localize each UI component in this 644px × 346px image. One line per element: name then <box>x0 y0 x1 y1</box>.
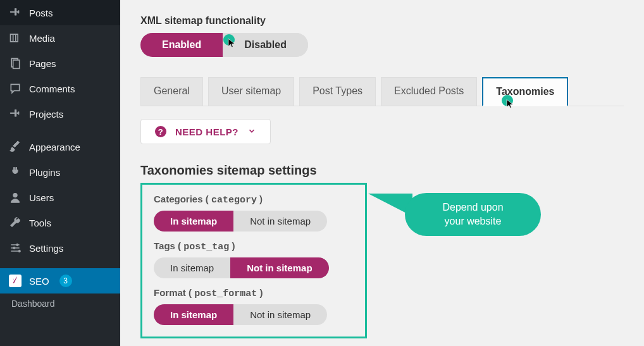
sidebar-label: Appearance <box>29 142 80 152</box>
toggle-categories: In sitemap Not in sitemap <box>154 211 327 232</box>
svg-point-5 <box>13 247 15 249</box>
sidebar-label: Settings <box>29 243 63 254</box>
tab-post-types[interactable]: Post Types <box>299 77 376 106</box>
tab-user-sitemap[interactable]: User sitemap <box>208 77 294 106</box>
tags-not-in-sitemap[interactable]: Not in sitemap <box>230 257 328 278</box>
wrench-icon <box>9 216 22 229</box>
row-tags: Tags ( post_tag ) In sitemap Not in site… <box>154 240 354 278</box>
label-format: Format ( post_format ) <box>154 287 354 299</box>
row-format: Format ( post_format ) In sitemap Not in… <box>154 287 354 325</box>
toggle-disabled[interactable]: Disabled <box>223 33 308 57</box>
plug-icon <box>9 166 22 178</box>
sitemap-tabs: General User sitemap Post Types Excluded… <box>140 77 624 106</box>
media-icon <box>9 32 22 44</box>
categories-in-sitemap[interactable]: In sitemap <box>154 211 233 232</box>
sidebar-label: Media <box>29 33 55 44</box>
tab-general[interactable]: General <box>140 77 203 106</box>
seo-badge: 3 <box>59 275 72 287</box>
question-icon: ? <box>155 126 166 137</box>
sitemap-functionality-toggle: Enabled Disabled <box>140 33 308 57</box>
admin-sidebar: Posts Media Pages Comments Projects Appe… <box>0 0 120 346</box>
sidebar-sub-dashboard[interactable]: Dashboard <box>0 293 120 314</box>
taxonomies-settings-box: Categories ( category ) In sitemap Not i… <box>140 183 367 338</box>
yoast-icon <box>9 275 22 287</box>
sidebar-item-settings[interactable]: Settings <box>0 235 120 261</box>
label-categories: Categories ( category ) <box>154 194 354 206</box>
pin-icon <box>9 6 22 19</box>
comments-icon <box>9 82 22 95</box>
sidebar-item-plugins[interactable]: Plugins <box>0 159 120 185</box>
sliders-icon <box>9 242 22 254</box>
sidebar-label: Comments <box>29 83 75 94</box>
tab-excluded-posts[interactable]: Excluded Posts <box>381 77 477 106</box>
sidebar-item-seo[interactable]: SEO 3 <box>0 268 120 293</box>
sidebar-item-projects[interactable]: Projects <box>0 101 120 127</box>
label-tags: Tags ( post_tag ) <box>154 240 354 252</box>
tab-taxonomies[interactable]: Taxonomies <box>482 77 568 106</box>
sidebar-item-users[interactable]: Users <box>0 185 120 210</box>
annotation-callout: Depend upon your website <box>405 193 541 236</box>
sidebar-item-comments[interactable]: Comments <box>0 76 120 101</box>
chevron-down-icon <box>247 127 256 137</box>
sidebar-item-pages[interactable]: Pages <box>0 51 120 76</box>
sidebar-label: Tools <box>29 218 51 228</box>
toggle-format: In sitemap Not in sitemap <box>154 304 327 325</box>
sidebar-item-posts[interactable]: Posts <box>0 0 120 25</box>
toggle-tags: In sitemap Not in sitemap <box>154 257 329 278</box>
pin-icon <box>9 108 22 120</box>
row-categories: Categories ( category ) In sitemap Not i… <box>154 194 354 232</box>
tags-in-sitemap[interactable]: In sitemap <box>154 257 230 278</box>
pages-icon <box>9 57 22 70</box>
sidebar-label: Users <box>29 192 54 203</box>
svg-point-4 <box>16 244 18 245</box>
brush-icon <box>9 140 22 153</box>
sidebar-label: Projects <box>29 109 63 120</box>
user-icon <box>9 191 22 204</box>
sidebar-item-tools[interactable]: Tools <box>0 210 120 235</box>
svg-point-6 <box>18 250 20 252</box>
svg-rect-0 <box>11 34 18 42</box>
svg-rect-2 <box>13 60 20 68</box>
help-label: NEED HELP? <box>175 127 238 137</box>
sidebar-item-appearance[interactable]: Appearance <box>0 134 120 159</box>
xml-sitemap-title: XML sitemap functionality <box>140 15 624 27</box>
categories-not-in-sitemap[interactable]: Not in sitemap <box>233 211 327 232</box>
format-in-sitemap[interactable]: In sitemap <box>154 304 233 325</box>
format-not-in-sitemap[interactable]: Not in sitemap <box>233 304 327 325</box>
main-content: XML sitemap functionality Enabled Disabl… <box>120 0 644 346</box>
sidebar-item-media[interactable]: Media <box>0 25 120 51</box>
sidebar-label: Plugins <box>29 167 60 178</box>
svg-point-3 <box>13 193 18 197</box>
sidebar-label: Pages <box>29 58 56 69</box>
taxonomies-settings-title: Taxonomies sitemap settings <box>140 163 624 178</box>
toggle-enabled[interactable]: Enabled <box>140 33 223 57</box>
sidebar-label: Posts <box>29 8 53 18</box>
sidebar-label: SEO <box>29 276 49 287</box>
need-help-button[interactable]: ? NEED HELP? <box>140 119 271 144</box>
